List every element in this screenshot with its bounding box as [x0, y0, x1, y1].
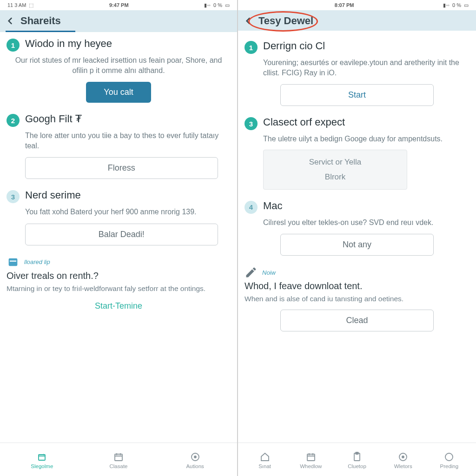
svg-point-5: [194, 456, 196, 458]
nav-label: Cluetop: [348, 463, 366, 469]
header-bar: Tesy Dewel: [238, 10, 476, 31]
circle-icon: [443, 451, 455, 463]
nav-sinat[interactable]: Sınat: [251, 451, 279, 469]
target-icon: [397, 451, 409, 463]
nav-wletors[interactable]: Wletors: [389, 451, 417, 469]
status-battery-text: 0 %: [452, 2, 461, 8]
start-temine-link[interactable]: Start-Temine: [7, 301, 231, 311]
floress-button[interactable]: Floress: [25, 157, 218, 179]
svg-point-10: [402, 456, 404, 458]
nav-cluetop[interactable]: Cluetop: [343, 451, 371, 469]
pencil-icon: [245, 266, 258, 279]
card-title: Whod, I feave downloat tent.: [245, 281, 469, 291]
step-desc: The lore atter unto you tiie a bay to th…: [25, 131, 231, 151]
nav-clasate[interactable]: Clasate: [105, 451, 132, 469]
step-badge: 2: [7, 114, 20, 127]
step-desc: You fatt xohd Baterd your herf 900 anme …: [25, 207, 231, 217]
back-icon[interactable]: [6, 16, 15, 26]
balar-deadi-button[interactable]: Balar Deadi!: [25, 224, 218, 245]
svg-rect-2: [39, 455, 45, 460]
content-area: 1 Wiodo in my heyee Our riot stutes of m…: [0, 32, 237, 443]
select-option[interactable]: Servict or Yella: [264, 155, 407, 170]
header-bar: Shareits: [0, 10, 237, 31]
content-area: 1 Derrign cio Cl Yourening; aesurtés or …: [238, 31, 476, 443]
svg-rect-0: [9, 258, 18, 266]
card-desc: Mtarning in or tey to friıl-weldforwant …: [7, 284, 231, 294]
calendar-icon: [305, 451, 317, 463]
step-desc: Yourening; aesurtés or eavilepe.ytoun an…: [263, 58, 469, 78]
bottom-nav: Sınat Whedlow Cluetop Wletors Preding: [238, 443, 476, 476]
box-icon: [36, 451, 47, 463]
nav-label: Sınat: [258, 463, 271, 469]
step-3: 3 Nerd serime You fatt xohd Baterd your …: [7, 189, 231, 245]
nav-label: Clasate: [109, 463, 127, 469]
svg-rect-6: [307, 454, 315, 461]
svg-point-11: [445, 453, 453, 461]
nav-label: Preding: [440, 463, 459, 469]
select-option[interactable]: Blrork: [264, 170, 407, 185]
phone-right: 8:07 PM ▮◦◦0 %▭ Tesy Dewel 1 Derrign cio…: [238, 0, 476, 476]
card-tag: lloared lip: [24, 258, 50, 265]
status-clock: 9:47 PM: [109, 2, 129, 8]
not-any-button[interactable]: Not any: [280, 234, 434, 256]
step-desc: Cilıresl you elter tekles-on use? SVD en…: [263, 218, 469, 228]
target-icon: [190, 451, 201, 463]
step-badge: 3: [245, 117, 258, 130]
step-title: Wiodo in my heyee: [25, 38, 112, 50]
page-title: Tesy Dewel: [258, 15, 313, 27]
nav-preding[interactable]: Preding: [435, 451, 463, 469]
card-title: Oiver treals on renth.?: [7, 271, 231, 281]
step-badge: 1: [7, 39, 20, 52]
step-1: 1 Derrign cio Cl Yourening; aesurtés or …: [245, 40, 469, 106]
home-icon: [259, 451, 271, 463]
nav-label: Slegolme: [31, 463, 53, 469]
step-title: Googh Filt ₮: [25, 113, 82, 125]
phone-left: 11 3 AM ⬚ 9:47 PM ▮◦◦0 %▭ Shareits 1 Wio…: [0, 0, 238, 476]
clipboard-icon: [351, 451, 363, 463]
status-bar: 8:07 PM ▮◦◦0 %▭: [238, 0, 476, 10]
step-badge: 1: [245, 41, 258, 54]
nav-label: Whedlow: [300, 463, 322, 469]
start-button[interactable]: Start: [280, 84, 434, 106]
step-desc: Our riot stutes of mr leacked irsettion …: [7, 55, 231, 75]
card-header: Noiw: [245, 266, 469, 279]
back-icon[interactable]: [244, 16, 253, 26]
nav-autions[interactable]: Autions: [181, 451, 209, 469]
step-title: Nerd serime: [25, 189, 81, 201]
step-2: 3 Clasect orf expect The uletre uilyt a …: [245, 116, 469, 190]
card-desc: When and is alse of cand iu tanısting an…: [245, 294, 469, 304]
calendar-icon: [113, 451, 124, 463]
bottom-nav: Slegolme Clasate Autions: [0, 443, 237, 476]
nav-label: Wletors: [394, 463, 412, 469]
nav-slegolme[interactable]: Slegolme: [28, 451, 56, 469]
status-bar: 11 3 AM ⬚ 9:47 PM ▮◦◦0 %▭: [0, 0, 237, 10]
status-clock: 8:07 PM: [335, 2, 354, 8]
status-left-text: 11 3 AM: [7, 2, 26, 8]
page-title: Shareits: [20, 15, 61, 27]
step-1: 1 Wiodo in my heyee Our riot stutes of m…: [7, 38, 231, 103]
step-badge: 3: [7, 190, 20, 203]
step-3: 4 Mac Cilıresl you elter tekles-on use? …: [245, 200, 469, 256]
clead-button[interactable]: Clead: [280, 310, 434, 331]
step-badge: 4: [245, 201, 258, 214]
card-header: lloared lip: [7, 256, 231, 269]
step-2: 2 Googh Filt ₮ The lore atter unto you t…: [7, 113, 231, 179]
svg-rect-3: [115, 454, 122, 461]
svg-rect-1: [10, 260, 16, 261]
select-box[interactable]: Servict or Yella Blrork: [263, 150, 407, 190]
step-desc: The uletre uilyt a bedign Googe duay for…: [263, 134, 469, 144]
nav-whedlow[interactable]: Whedlow: [297, 451, 325, 469]
status-battery-text: 0 %: [213, 2, 222, 8]
step-title: Clasect orf expect: [263, 116, 345, 128]
nav-label: Autions: [186, 463, 204, 469]
you-calt-button[interactable]: You calt: [86, 82, 151, 103]
step-title: Mac: [263, 200, 283, 212]
card-icon: [7, 256, 20, 269]
card-tag: Noiw: [262, 269, 276, 276]
step-title: Derrign cio Cl: [263, 40, 325, 52]
